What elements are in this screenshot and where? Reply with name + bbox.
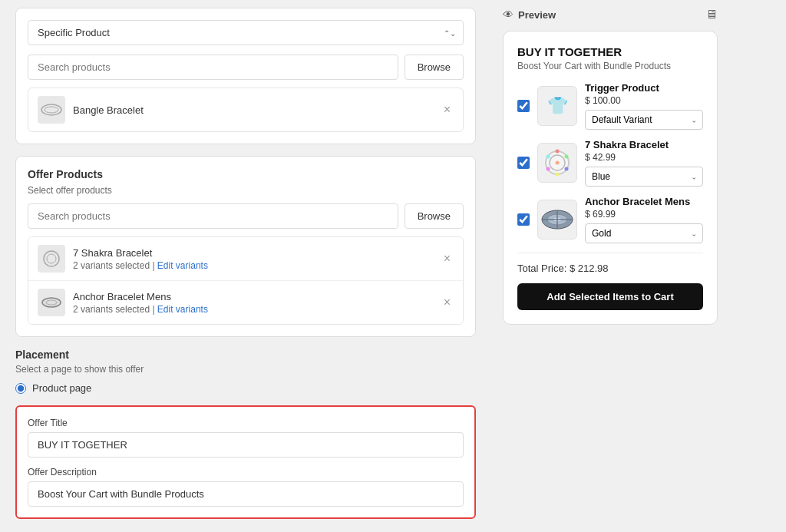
preview-variant-select-0[interactable]: Default Variant bbox=[585, 110, 703, 130]
placement-option-label: Product page bbox=[32, 382, 91, 394]
offer-product-thumb-2 bbox=[38, 289, 65, 316]
offer-search-row: Browse bbox=[28, 203, 464, 229]
preview-product-row-2: Anchor Bracelet Mens $ 69.99 Gold Silver bbox=[517, 196, 703, 243]
trigger-search-row: Browse bbox=[28, 55, 464, 80]
svg-point-9 bbox=[565, 155, 569, 159]
preview-card: BUY IT TOGETHER Boost Your Cart with Bun… bbox=[503, 31, 718, 325]
preview-divider bbox=[517, 253, 703, 253]
preview-thumb-2 bbox=[537, 200, 577, 240]
offer-product-variants-1: 2 variants selected | Edit variants bbox=[73, 260, 433, 271]
preview-header: 👁 Preview 🖥 bbox=[503, 8, 718, 21]
edit-variants-link-1[interactable]: Edit variants bbox=[157, 260, 208, 271]
trigger-product-item: Bangle Bracelet × bbox=[28, 88, 464, 132]
preview-checkbox-1[interactable] bbox=[517, 157, 530, 169]
svg-point-13 bbox=[547, 155, 550, 159]
trigger-remove-button[interactable]: × bbox=[441, 104, 454, 116]
preview-offer-desc: Boost Your Cart with Bundle Products bbox=[517, 61, 703, 71]
trigger-search-input[interactable] bbox=[28, 55, 398, 80]
offer-product-variants-2: 2 variants selected | Edit variants bbox=[73, 304, 433, 315]
offer-product-name-2: Anchor Bracelet Mens bbox=[73, 291, 433, 302]
preview-product-row-0: 👕 Trigger Product $ 100.00 Default Varia… bbox=[517, 82, 703, 130]
placement-radio[interactable] bbox=[15, 383, 26, 394]
total-label: Total Price: bbox=[517, 263, 566, 274]
total-value: $ 212.98 bbox=[570, 263, 609, 274]
preview-product-name-2: Anchor Bracelet Mens bbox=[585, 196, 703, 207]
preview-variant-wrapper-1[interactable]: Blue Red Green bbox=[585, 167, 703, 187]
preview-checkbox-2[interactable] bbox=[517, 213, 530, 226]
offer-products-section: Offer Products Select offer products Bro… bbox=[15, 156, 476, 337]
svg-point-3 bbox=[47, 254, 56, 263]
offer-title-input[interactable] bbox=[28, 432, 464, 458]
svg-point-2 bbox=[44, 251, 59, 266]
offer-search-input[interactable] bbox=[28, 203, 398, 229]
preview-product-info-1: 7 Shakra Bracelet $ 42.99 Blue Red Green bbox=[585, 139, 703, 187]
offer-remove-button-1[interactable]: × bbox=[441, 253, 454, 265]
offer-desc-input[interactable] bbox=[28, 481, 464, 507]
product-type-select-wrapper[interactable]: Specific Product bbox=[28, 20, 464, 45]
preview-product-name-0: Trigger Product bbox=[585, 82, 703, 94]
offer-details-section: Offer Title Offer Description bbox=[15, 405, 476, 519]
offer-product-name-1: 7 Shakra Bracelet bbox=[73, 247, 433, 259]
svg-point-12 bbox=[547, 167, 550, 171]
preview-offer-title: BUY IT TOGETHER bbox=[517, 45, 703, 58]
trigger-product-name: Bangle Bracelet bbox=[73, 104, 433, 116]
preview-label: Preview bbox=[518, 9, 556, 21]
preview-variant-select-1[interactable]: Blue Red Green bbox=[585, 167, 703, 187]
svg-point-11 bbox=[556, 173, 560, 177]
offer-product-info-2: Anchor Bracelet Mens 2 variants selected… bbox=[73, 291, 433, 315]
svg-point-10 bbox=[565, 167, 569, 171]
product-type-select[interactable]: Specific Product bbox=[28, 20, 464, 45]
preview-variant-wrapper-0[interactable]: Default Variant bbox=[585, 110, 703, 130]
offer-products-title: Offer Products bbox=[28, 168, 464, 180]
offer-remove-button-2[interactable]: × bbox=[441, 296, 454, 309]
monitor-icon: 🖥 bbox=[705, 8, 718, 21]
total-price-row: Total Price: $ 212.98 bbox=[517, 263, 703, 274]
preview-variant-select-2[interactable]: Gold Silver bbox=[585, 223, 703, 243]
preview-thumb-0: 👕 bbox=[537, 86, 577, 126]
offer-product-thumb-1 bbox=[38, 245, 65, 273]
preview-product-price-2: $ 69.99 bbox=[585, 209, 703, 220]
preview-product-name-1: 7 Shakra Bracelet bbox=[585, 139, 703, 150]
edit-variants-link-2[interactable]: Edit variants bbox=[157, 304, 208, 315]
trigger-browse-button[interactable]: Browse bbox=[405, 55, 464, 80]
list-item: Anchor Bracelet Mens 2 variants selected… bbox=[28, 281, 463, 324]
offer-product-info-1: 7 Shakra Bracelet 2 variants selected | … bbox=[73, 247, 433, 271]
offer-products-list: 7 Shakra Bracelet 2 variants selected | … bbox=[28, 236, 464, 325]
svg-point-14 bbox=[556, 161, 560, 165]
svg-point-1 bbox=[45, 107, 58, 113]
placement-title: Placement bbox=[15, 349, 476, 361]
preview-product-price-1: $ 42.99 bbox=[585, 152, 703, 163]
preview-product-info-2: Anchor Bracelet Mens $ 69.99 Gold Silver bbox=[585, 196, 703, 243]
preview-thumb-1 bbox=[537, 143, 577, 183]
offer-desc-label: Offer Description bbox=[28, 467, 464, 477]
placement-product-page-option[interactable]: Product page bbox=[15, 382, 476, 394]
trigger-section: Specific Product Browse Bangle Bracelet … bbox=[15, 8, 476, 144]
offer-browse-button[interactable]: Browse bbox=[405, 203, 464, 229]
preview-panel: 👁 Preview 🖥 BUY IT TOGETHER Boost Your C… bbox=[491, 0, 729, 532]
preview-variant-wrapper-2[interactable]: Gold Silver bbox=[585, 223, 703, 243]
eye-icon: 👁 bbox=[503, 8, 514, 21]
placement-section: Placement Select a page to show this off… bbox=[15, 349, 476, 394]
trigger-product-thumb bbox=[38, 96, 65, 124]
offer-products-subtitle: Select offer products bbox=[28, 185, 464, 196]
preview-product-info-0: Trigger Product $ 100.00 Default Variant bbox=[585, 82, 703, 130]
svg-point-4 bbox=[42, 298, 61, 307]
add-to-cart-button[interactable]: Add Selected Items to Cart bbox=[517, 283, 703, 310]
preview-product-price-0: $ 100.00 bbox=[585, 95, 703, 106]
preview-title-row: 👁 Preview bbox=[503, 8, 556, 21]
placement-subtitle: Select a page to show this offer bbox=[15, 364, 476, 375]
preview-checkbox-0[interactable] bbox=[517, 100, 530, 112]
list-item: 7 Shakra Bracelet 2 variants selected | … bbox=[28, 237, 463, 281]
svg-point-8 bbox=[556, 150, 560, 154]
offer-title-label: Offer Title bbox=[28, 418, 464, 428]
preview-product-row-1: 7 Shakra Bracelet $ 42.99 Blue Red Green bbox=[517, 139, 703, 187]
